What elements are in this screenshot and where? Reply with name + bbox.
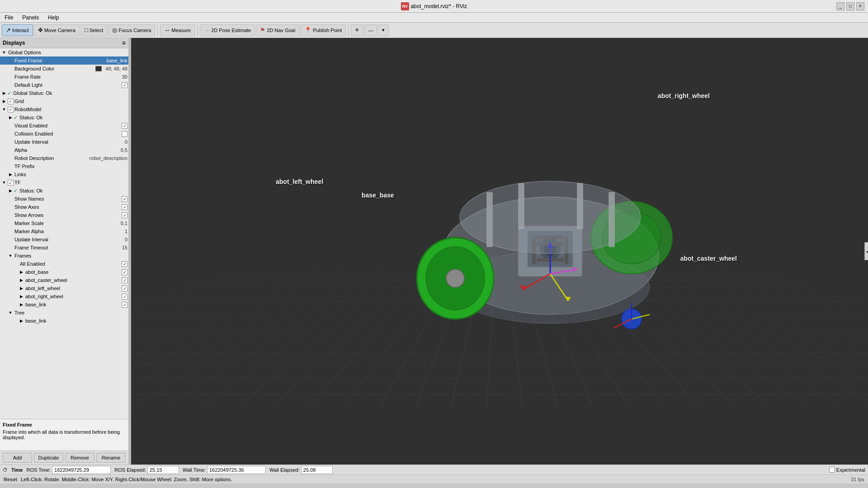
robot-description-row[interactable]: Robot Description robot_description bbox=[0, 154, 128, 162]
global-status-expand[interactable]: ▶ bbox=[1, 90, 7, 96]
all-enabled-checkbox[interactable] bbox=[122, 261, 127, 267]
tf-prefix-row[interactable]: TF Prefix bbox=[0, 162, 128, 170]
show-names-row[interactable]: Show Names bbox=[0, 195, 128, 203]
robot-model-expand[interactable]: ▼ bbox=[1, 106, 7, 113]
show-axes-row[interactable]: Show Axes bbox=[0, 203, 128, 211]
displays-menu-icon[interactable]: ≡ bbox=[122, 39, 126, 47]
toolbar-extra1[interactable]: ✛ bbox=[351, 24, 363, 36]
abot-caster-wheel-checkbox[interactable] bbox=[122, 277, 127, 283]
robot-status-expand[interactable]: ▶ bbox=[7, 114, 14, 121]
base-link-tree-expand[interactable]: ▶ bbox=[18, 318, 24, 324]
tree-section-row[interactable]: ▼ Tree bbox=[0, 309, 128, 317]
frames-expand[interactable]: ▼ bbox=[7, 253, 14, 259]
toolbar-move-camera[interactable]: ✥ Move Camera bbox=[34, 24, 80, 36]
maximize-button[interactable]: □ bbox=[846, 2, 854, 10]
default-light-row[interactable]: Default Light bbox=[0, 81, 128, 89]
grid-expand[interactable]: ▶ bbox=[1, 98, 7, 104]
tree-section-expand[interactable]: ▼ bbox=[7, 310, 14, 316]
toolbar-2d-nav[interactable]: ⚑ 2D Nav Goal bbox=[256, 24, 299, 36]
robot-model-checkbox[interactable] bbox=[8, 107, 14, 113]
base-link-frame-row[interactable]: ▶ base_link bbox=[0, 300, 128, 309]
tf-checkbox[interactable] bbox=[8, 180, 14, 186]
toolbar-2d-pose[interactable]: → 2D Pose Estimate bbox=[200, 24, 255, 36]
robot-model-row[interactable]: ▼ RobotModel bbox=[0, 105, 128, 113]
show-axes-checkbox[interactable] bbox=[122, 204, 127, 210]
viewport[interactable]: abot_right_wheel abot_left_wheel base_ba… bbox=[131, 38, 868, 465]
all-enabled-row[interactable]: All Enabled bbox=[0, 260, 128, 268]
wall-elapsed-input[interactable] bbox=[301, 466, 333, 474]
abot-right-wheel-checkbox[interactable] bbox=[122, 294, 127, 300]
duplicate-button[interactable]: Duplicate bbox=[34, 453, 63, 463]
menu-file[interactable]: File bbox=[2, 14, 16, 22]
abot-right-wheel-row[interactable]: ▶ abot_right_wheel bbox=[0, 292, 128, 300]
base-link-tree-row[interactable]: ▶ base_link bbox=[0, 317, 128, 325]
global-options-expand[interactable]: ▼ bbox=[1, 49, 7, 56]
close-button[interactable]: × bbox=[856, 2, 864, 10]
menu-panels[interactable]: Panels bbox=[19, 14, 42, 22]
toolbar-extra2[interactable]: — bbox=[364, 24, 377, 36]
global-options-row[interactable]: ▼ Global Options bbox=[0, 48, 128, 56]
frame-rate-row[interactable]: Frame Rate 30 bbox=[0, 73, 128, 81]
frames-row[interactable]: ▼ Frames bbox=[0, 252, 128, 260]
tf-status-row[interactable]: ▶ ✓ Status: Ok bbox=[0, 187, 128, 195]
abot-left-wheel-expand[interactable]: ▶ bbox=[18, 285, 24, 291]
abot-caster-wheel-expand[interactable]: ▶ bbox=[18, 277, 24, 283]
toolbar-interact[interactable]: ↗ Interact bbox=[2, 24, 33, 36]
toolbar-select[interactable]: □ Select bbox=[80, 24, 107, 36]
experimental-checkbox[interactable] bbox=[829, 467, 835, 473]
menu-help[interactable]: Help bbox=[45, 14, 62, 22]
reset-button[interactable]: Reset bbox=[4, 477, 17, 482]
ros-time-input[interactable] bbox=[52, 466, 111, 474]
frame-timeout-row[interactable]: Frame Timeout 15 bbox=[0, 244, 128, 252]
tf-update-interval-row[interactable]: Update Interval 0 bbox=[0, 235, 128, 244]
abot-left-wheel-checkbox[interactable] bbox=[122, 286, 127, 291]
label-abot-right-wheel: abot_right_wheel bbox=[658, 92, 710, 99]
update-interval-row[interactable]: Update Interval 0 bbox=[0, 138, 128, 146]
abot-right-wheel-expand[interactable]: ▶ bbox=[18, 293, 24, 300]
toolbar-measure[interactable]: ↔ Measure bbox=[160, 24, 195, 36]
displays-button-row: Add Duplicate Remove Rename bbox=[0, 450, 128, 465]
alpha-row[interactable]: Alpha 0,5 bbox=[0, 146, 128, 154]
toolbar-focus-camera[interactable]: ◎ Focus Camera bbox=[108, 24, 155, 36]
add-button[interactable]: Add bbox=[3, 453, 32, 463]
rename-button[interactable]: Rename bbox=[96, 453, 126, 463]
collision-enabled-row[interactable]: Collision Enabled bbox=[0, 130, 128, 138]
toolbar-publish-point[interactable]: 📍 Publish Point bbox=[300, 24, 346, 36]
background-color-row[interactable]: Background Color 48; 48; 48 bbox=[0, 65, 128, 73]
window-controls[interactable]: _ □ × bbox=[836, 2, 864, 10]
show-arrows-checkbox[interactable] bbox=[122, 212, 127, 218]
minimize-button[interactable]: _ bbox=[836, 2, 844, 10]
abot-base-expand[interactable]: ▶ bbox=[18, 269, 24, 275]
global-status-row[interactable]: ▶ ✓ Global Status: Ok bbox=[0, 89, 128, 97]
show-names-checkbox[interactable] bbox=[122, 196, 127, 202]
abot-base-checkbox[interactable] bbox=[122, 269, 127, 275]
grid-row[interactable]: ▶ Grid bbox=[0, 97, 128, 105]
remove-button[interactable]: Remove bbox=[65, 453, 94, 463]
base-link-frame-expand[interactable]: ▶ bbox=[18, 301, 24, 308]
fixed-frame-row[interactable]: Fixed Frame base_link bbox=[0, 56, 128, 65]
visual-enabled-checkbox[interactable] bbox=[122, 123, 127, 129]
focus-camera-icon: ◎ bbox=[112, 27, 117, 33]
tf-row[interactable]: ▼ TF bbox=[0, 178, 128, 187]
tf-expand[interactable]: ▼ bbox=[1, 179, 7, 186]
marker-alpha-row[interactable]: Marker Alpha 1 bbox=[0, 227, 128, 235]
abot-left-wheel-row[interactable]: ▶ abot_left_wheel bbox=[0, 284, 128, 292]
base-link-frame-checkbox[interactable] bbox=[122, 302, 127, 308]
visual-enabled-row[interactable]: Visual Enabled bbox=[0, 122, 128, 130]
links-row[interactable]: ▶ Links bbox=[0, 170, 128, 178]
abot-caster-wheel-row[interactable]: ▶ abot_caster_wheel bbox=[0, 276, 128, 284]
default-light-checkbox[interactable] bbox=[122, 82, 127, 88]
tf-status-expand[interactable]: ▶ bbox=[7, 188, 14, 194]
ros-elapsed-input[interactable] bbox=[147, 466, 179, 474]
toolbar-extra3[interactable]: ▾ bbox=[378, 24, 389, 36]
marker-scale-row[interactable]: Marker Scale 0,1 bbox=[0, 219, 128, 227]
show-arrows-row[interactable]: Show Arrows bbox=[0, 211, 128, 219]
displays-scroll[interactable]: ▼ Global Options Fixed Frame base_link B… bbox=[0, 48, 128, 419]
robot-status-row[interactable]: ▶ ✓ Status: Ok bbox=[0, 113, 128, 122]
wall-time-input[interactable] bbox=[207, 466, 266, 474]
abot-base-row[interactable]: ▶ abot_base bbox=[0, 268, 128, 276]
links-expand[interactable]: ▶ bbox=[7, 171, 14, 178]
grid-checkbox[interactable] bbox=[8, 99, 14, 104]
collision-enabled-checkbox[interactable] bbox=[122, 131, 127, 137]
collapse-handle[interactable]: ◀ bbox=[864, 242, 868, 260]
